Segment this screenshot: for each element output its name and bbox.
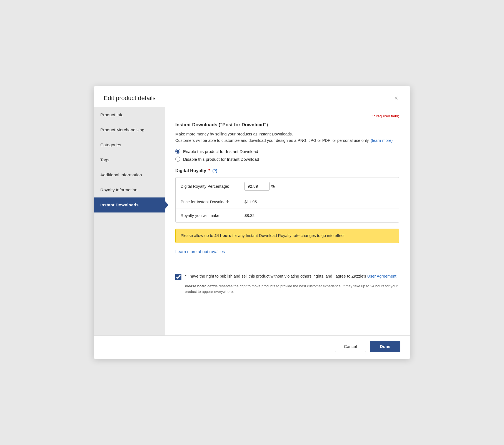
warning-pre: Please allow up to — [181, 233, 214, 238]
warning-box: Please allow up to 24 hours for any Inst… — [175, 229, 399, 243]
sidebar-item-label: Instant Downloads — [100, 202, 139, 207]
radio-enable-input[interactable] — [175, 149, 180, 154]
royalty-row-price: Price for Instant Download: $11.95 — [176, 195, 399, 209]
required-note-paren: ( * required field) — [371, 114, 399, 118]
desc-line1: Make more money by selling your products… — [175, 132, 293, 136]
description-text: Make more money by selling your products… — [175, 131, 399, 144]
required-note: ( * required field) — [175, 114, 399, 118]
royalty-price-value: $11.95 — [244, 200, 257, 204]
digital-royalty-required-star: * — [208, 168, 210, 173]
footer-section: * I have the right to publish and sell t… — [175, 262, 399, 294]
radio-enable-text: Enable this product for Instant Download — [183, 149, 258, 154]
sidebar-item-label: Product Merchandising — [100, 127, 144, 132]
royalty-percentage-label: Digital Royalty Percentage: — [181, 184, 244, 189]
main-content: ( * required field) Instant Downloads ("… — [165, 107, 410, 335]
sidebar-item-instant-downloads[interactable]: Instant Downloads — [94, 197, 165, 212]
royalty-percentage-input[interactable] — [244, 182, 270, 191]
please-note: Please note: Zazzle reserves the right t… — [175, 283, 399, 294]
warning-post: for any Instant Download Royalty rate ch… — [231, 233, 346, 238]
modal-footer: Cancel Done — [94, 335, 410, 359]
royalty-percentage-suffix: % — [271, 184, 275, 189]
radio-group: Enable this product for Instant Download… — [175, 149, 399, 162]
sidebar-item-additional-information[interactable]: Additional Information — [94, 167, 165, 182]
sidebar-item-categories[interactable]: Categories — [94, 137, 165, 152]
royalty-price-label: Price for Instant Download: — [181, 200, 244, 204]
royalty-row-make: Royalty you will make: $8.32 — [176, 209, 399, 222]
royalties-link[interactable]: Learn more about royalties — [175, 249, 225, 254]
close-button[interactable]: × — [392, 94, 400, 102]
royalty-input-wrap: % — [244, 182, 275, 191]
sidebar-item-label: Royalty Information — [100, 187, 138, 192]
royalty-row-percentage: Digital Royalty Percentage: % — [176, 177, 399, 195]
cancel-button[interactable]: Cancel — [335, 341, 366, 352]
sidebar-item-royalty-information[interactable]: Royalty Information — [94, 182, 165, 197]
sidebar-item-label: Categories — [100, 142, 121, 147]
agreement-text: * I have the right to publish and sell t… — [185, 273, 396, 280]
user-agreement-link[interactable]: User Agreement — [367, 274, 396, 278]
agreement-checkbox[interactable] — [175, 274, 181, 280]
sidebar: Product Info Product Merchandising Categ… — [94, 107, 165, 335]
modal-header: Edit product details × — [94, 86, 410, 107]
learn-more-link[interactable]: (learn more) — [371, 138, 393, 143]
section-title: Instant Downloads ("Post for Download") — [175, 122, 399, 128]
required-star: * — [374, 114, 375, 118]
please-note-label: Please note: — [185, 284, 206, 288]
royalty-table: Digital Royalty Percentage: % Price for … — [175, 177, 399, 222]
sidebar-item-product-info[interactable]: Product Info — [94, 107, 165, 122]
sidebar-item-tags[interactable]: Tags — [94, 152, 165, 167]
digital-royalty-heading: Digital Royalty * (?) — [175, 168, 399, 173]
modal-body: Product Info Product Merchandising Categ… — [94, 107, 410, 335]
help-link[interactable]: (?) — [212, 169, 217, 173]
agreement-pre: * I have the right to publish and sell t… — [185, 274, 367, 278]
royalty-make-value: $8.32 — [244, 213, 255, 218]
radio-disable-input[interactable] — [175, 157, 180, 162]
done-button[interactable]: Done — [370, 341, 401, 352]
edit-product-modal: Edit product details × Product Info Prod… — [94, 86, 410, 359]
warning-bold: 24 hours — [214, 233, 231, 238]
sidebar-item-label: Tags — [100, 157, 109, 162]
radio-enable-label[interactable]: Enable this product for Instant Download — [175, 149, 399, 154]
modal-title: Edit product details — [104, 95, 156, 102]
sidebar-item-label: Product Info — [100, 112, 124, 117]
radio-disable-text: Disable this product for Instant Downloa… — [183, 157, 259, 162]
radio-disable-label[interactable]: Disable this product for Instant Downloa… — [175, 157, 399, 162]
desc-line2: Customers will be able to customize and … — [175, 138, 370, 143]
sidebar-item-label: Additional Information — [100, 172, 142, 177]
agreement-row: * I have the right to publish and sell t… — [175, 273, 399, 280]
digital-royalty-label-text: Digital Royalty — [175, 168, 206, 173]
royalty-make-label: Royalty you will make: — [181, 213, 244, 218]
please-note-text: Zazzle reserves the right to move produc… — [185, 284, 398, 294]
sidebar-item-product-merchandising[interactable]: Product Merchandising — [94, 122, 165, 137]
